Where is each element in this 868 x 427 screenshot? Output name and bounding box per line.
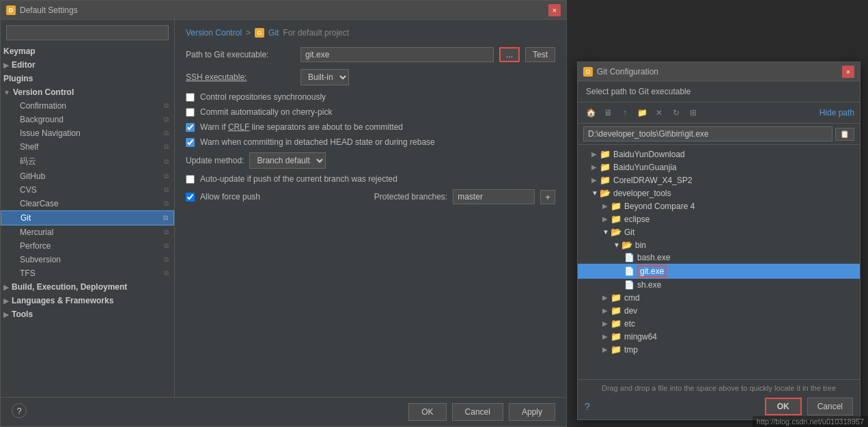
tree-item-git-exe[interactable]: 📄 git.exe [578,264,860,279]
hide-path-button[interactable]: Hide path [820,108,854,118]
tree-item-mingw64[interactable]: ▶ 📁 mingw64 [578,330,860,343]
ok-button[interactable]: OK [408,403,446,421]
sidebar-item-background[interactable]: Background ⧉ [1,113,174,126]
cancel-button[interactable]: Cancel [452,403,503,421]
breadcrumb-git: Git [268,28,279,38]
tfs-copy-icon: ⧉ [164,269,169,277]
git-help-button[interactable]: ? [585,398,590,415]
sidebar-item-github[interactable]: GitHub ⧉ [1,169,174,183]
arrow-tmp: ▶ [602,346,611,353]
tree-item-git-folder[interactable]: ▼ 📂 Git [578,225,860,238]
cherry-checkbox[interactable] [186,108,195,117]
home-button[interactable]: 🏠 [583,105,598,120]
breadcrumb-vc: Version Control [186,28,242,38]
tree-item-etc[interactable]: ▶ 📁 etc [578,317,860,330]
tree-item-baidu-guanjia[interactable]: ▶ 📁 BaiduYunGuanjia [578,161,860,174]
tree-item-developer-tools[interactable]: ▼ 📂 developer_tools [578,187,860,199]
sidebar-item-confirmation[interactable]: Confirmation ⧉ [1,99,174,113]
tree-item-bin-folder[interactable]: ▼ 📂 bin [578,238,860,251]
tree-item-sh-exe[interactable]: 📄 sh.exe [578,279,860,291]
sidebar-item-cvs[interactable]: CVS ⧉ [1,183,174,197]
sidebar-item-build[interactable]: ▶ Build, Execution, Deployment [1,280,174,294]
crlf-checkbox[interactable] [186,123,195,132]
sidebar-item-keymap[interactable]: Keymap [1,44,174,58]
tree-label-coreldraw: CorelDRAW_X4_SP2 [613,176,692,185]
git-config-title-text: Git Configuration [597,67,658,77]
git-path-display[interactable] [583,126,832,141]
tree-item-bash-exe[interactable]: 📄 bash.exe [578,251,860,264]
sidebar-item-issue-navigation[interactable]: Issue Navigation ⧉ [1,126,174,140]
apply-button[interactable]: Apply [509,403,555,421]
sidebar-item-clearcase[interactable]: ClearCase ⧉ [1,197,174,210]
delete-button[interactable]: ✕ [652,105,667,120]
search-input[interactable] [6,25,169,40]
main-dialog-footer: ? OK Cancel Apply [1,397,566,426]
tree-item-beyond-compare[interactable]: ▶ 📁 Beyond Compare 4 [578,199,860,212]
dialog-body: Keymap ▶ Editor Plugins ▼ Version Contro… [1,20,566,397]
sidebar-item-version-control[interactable]: ▼ Version Control [1,85,174,99]
sidebar-item-tfs-label: TFS [20,268,36,278]
sidebar-item-subversion[interactable]: Subversion ⧉ [1,253,174,266]
update-select[interactable]: Branch default Rebase Merge [249,152,326,169]
git-footer-buttons: ? OK Cancel [585,395,853,415]
protected-add-button[interactable]: + [540,190,555,204]
tree-item-coreldraw[interactable]: ▶ 📁 CorelDRAW_X4_SP2 [578,174,860,187]
sidebar-item-tfs[interactable]: TFS ⧉ [1,266,174,280]
ssh-label: SSH executable: [186,72,295,82]
git-cancel-button[interactable]: Cancel [807,398,853,415]
tree-item-eclipse[interactable]: ▶ 📁 eclipse [578,212,860,225]
ssh-select[interactable]: Built-in Native [300,69,349,85]
path-input[interactable] [300,47,494,62]
git-config-dialog: D Git Configuration × Select path to Git… [577,61,860,420]
detached-label: Warn when committing in detached HEAD st… [200,137,435,147]
confirmation-copy-icon: ⧉ [164,102,169,110]
sidebar-item-shelf[interactable]: Shelf ⧉ [1,140,174,154]
browse-button[interactable]: ... [499,47,520,62]
git-breadcrumb-icon: G [255,28,264,38]
sidebar-item-subversion-label: Subversion [20,255,61,264]
sidebar-item-perforce[interactable]: Perforce ⧉ [1,239,174,253]
tree-item-tmp[interactable]: ▶ 📁 tmp [578,343,860,356]
path-copy-button[interactable]: 📋 [835,128,854,141]
sidebar-item-clearcase-label: ClearCase [20,199,59,208]
sidebar-item-mercurial[interactable]: Mercurial ⧉ [1,225,174,239]
detached-checkbox[interactable] [186,138,195,147]
update-row: Update method: Branch default Rebase Mer… [186,152,555,169]
force-push-checkbox[interactable] [186,193,195,202]
sidebar-item-git[interactable]: Git ⧉ [1,210,174,225]
auto-update-checkbox[interactable] [186,175,195,184]
tree-item-cmd[interactable]: ▶ 📁 cmd [578,291,860,304]
path-bar: 📋 [578,124,860,145]
sync-label: Control repositories synchronously [200,92,326,102]
grid-view-button[interactable]: ⊞ [686,105,701,120]
main-close-button[interactable]: × [548,4,561,16]
sidebar-item-plugins[interactable]: Plugins [1,72,174,85]
sync-checkbox[interactable] [186,93,195,102]
tree-container: ▶ 📁 BaiduYunDownload ▶ 📁 BaiduYunGuanjia… [578,145,860,379]
sidebar-item-languages[interactable]: ▶ Languages & Frameworks [1,294,174,307]
test-button[interactable]: Test [525,47,555,62]
tree-item-dev[interactable]: ▶ 📁 dev [578,304,860,317]
refresh-button[interactable]: ↻ [669,105,684,120]
clearcase-copy-icon: ⧉ [164,199,169,208]
help-button[interactable]: ? [12,403,27,418]
checkbox-detached: Warn when committing in detached HEAD st… [186,137,555,147]
sidebar-item-editor[interactable]: ▶ Editor [1,58,174,72]
subversion-copy-icon: ⧉ [164,256,169,264]
tree-label-cmd: cmd [624,293,640,303]
tree-item-baidu-download[interactable]: ▶ 📁 BaiduYunDownload [578,148,860,161]
path-row: Path to Git executable: ... Test [186,47,555,62]
folder-icon-developer-tools: 📂 [600,188,611,198]
git-ok-button[interactable]: OK [765,398,802,415]
folder-icon-beyond-compare: 📁 [611,201,621,211]
desktop-button[interactable]: 🖥 [600,105,615,120]
drag-hint: Drag and drop a file into the space abov… [585,384,853,392]
git-config-close-button[interactable]: × [842,66,854,78]
sidebar-item-confirmation-label: Confirmation [20,101,66,111]
new-folder-button[interactable]: 📁 [634,105,649,120]
sidebar-item-tools[interactable]: ▶ Tools [1,307,174,321]
tools-arrow-icon: ▶ [3,311,9,318]
protected-input[interactable] [453,189,535,204]
up-button[interactable]: ↑ [617,105,632,120]
sidebar-item-maryun[interactable]: 码云 ⧉ [1,154,174,169]
